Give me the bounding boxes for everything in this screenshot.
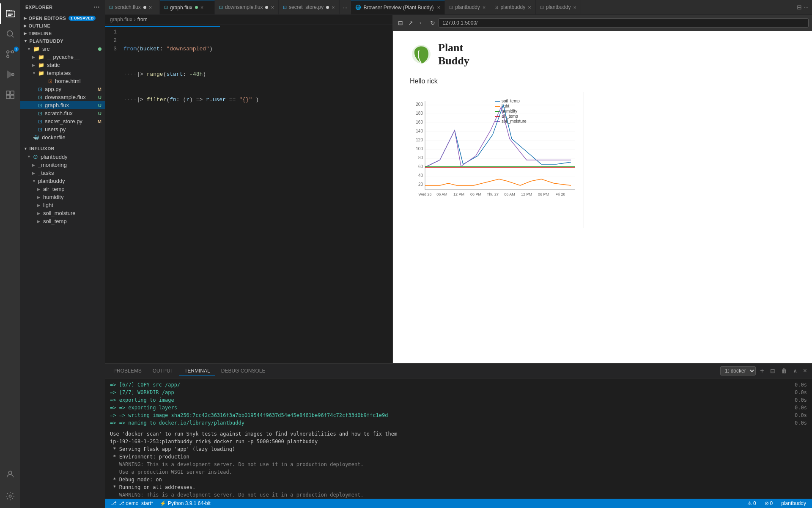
status-python[interactable]: ⚡ Python 3.9.1 64-bit <box>158 500 212 506</box>
browser-split-icon[interactable]: ⊟ <box>396 19 405 27</box>
sidebar-item-tasks[interactable]: ▶ _tasks <box>20 169 105 177</box>
timeline-section-header[interactable]: ▶ TIMELINE <box>20 30 105 37</box>
tab-more-button[interactable]: ··· <box>340 0 351 14</box>
sidebar-item-soil-temp[interactable]: ▶ soil_temp <box>20 217 105 225</box>
settings-icon[interactable] <box>0 486 20 506</box>
tab-terminal[interactable]: TERMINAL <box>179 366 215 376</box>
sidebar-item-monitoring[interactable]: ▶ _monitoring <box>20 161 105 169</box>
downsample-flux-tab-modified <box>265 6 268 9</box>
plantbuddy-1-close[interactable]: × <box>483 4 486 11</box>
plantbuddy-section-header[interactable]: ▼ PLANTBUDDY <box>20 37 105 45</box>
chart-container: soil_temp light humidity air_temp soil_m… <box>410 92 584 228</box>
tab-downsample-flux[interactable]: ⊡ downsample.flux × <box>215 0 279 14</box>
terminal-panel-select[interactable]: 1: docker <box>720 366 756 375</box>
terminal-trash-icon[interactable]: 🗑 <box>779 367 789 375</box>
sidebar-item-graph-flux[interactable]: ⊡ graph.flux U <box>20 101 105 109</box>
browser-url-bar[interactable] <box>439 18 809 28</box>
sidebar-item-templates[interactable]: ▼ 📁 templates <box>20 69 105 77</box>
downsample-flux-tab-icon: ⊡ <box>219 5 223 10</box>
files-icon[interactable] <box>0 3 20 24</box>
sidebar-item-downsample[interactable]: ⊡ downsample.flux U <box>20 93 105 101</box>
tab-output[interactable]: OUTPUT <box>148 366 178 375</box>
tab-scratch-flux[interactable]: ⊡ scratch.flux × <box>105 0 160 14</box>
sidebar-item-scratch-flux[interactable]: ⊡ scratch.flux U <box>20 109 105 117</box>
tab-browser-preview[interactable]: 🌐 Browser Preview (Plant Buddy) × <box>351 0 445 14</box>
sidebar-item-app-py[interactable]: ⊡ app.py M <box>20 85 105 93</box>
more-actions-icon[interactable]: ··· <box>804 4 809 11</box>
account-icon[interactable] <box>0 464 20 484</box>
influxdb-section-header[interactable]: ▼ INFLUXDB <box>20 145 105 152</box>
unsaved-badge: 1 UNSAVED <box>69 16 95 21</box>
status-branch[interactable]: ⎇ ⎇ demo_start* <box>109 500 155 506</box>
sidebar-item-home-html[interactable]: ⊡ home.html <box>20 77 105 85</box>
svg-point-6 <box>7 55 9 58</box>
outline-section-header[interactable]: ▶ OUTLINE <box>20 22 105 30</box>
secret-store-tab-close[interactable]: × <box>332 4 335 11</box>
sidebar-item-pycache[interactable]: ▶ 📁 __pycache__ <box>20 53 105 61</box>
tab-secret-store[interactable]: ⊡ secret_store.py × <box>279 0 340 14</box>
svg-rect-18 <box>495 106 500 107</box>
plantbuddy-3-label: plantbuddy <box>546 4 571 10</box>
terminal-split-icon[interactable]: ⊟ <box>768 367 777 375</box>
term-line-13: Use a production WSGI server instead. <box>110 468 807 476</box>
secret-store-tab-icon: ⊡ <box>283 5 287 10</box>
svg-rect-1 <box>8 14 13 15</box>
browser-refresh-icon[interactable]: ↻ <box>428 19 437 27</box>
sidebar-item-humidity[interactable]: ▶ humidity <box>20 193 105 201</box>
sidebar-item-static[interactable]: ▶ 📁 static <box>20 61 105 69</box>
browser-preview-icon: 🌐 <box>355 5 361 10</box>
graph-flux-tab-close[interactable]: × <box>200 4 204 11</box>
browser-preview-tab-label: Browser Preview (Plant Buddy) <box>363 5 433 11</box>
search-icon[interactable] <box>0 24 20 44</box>
browser-preview-close[interactable]: × <box>437 4 441 11</box>
downsample-flux-tab-close[interactable]: × <box>271 4 274 11</box>
plantbuddy-2-close[interactable]: × <box>528 4 531 11</box>
svg-text:12 PM: 12 PM <box>521 192 532 196</box>
terminal-add-icon[interactable]: + <box>758 366 765 375</box>
sidebar-title: EXPLORER <box>25 5 53 10</box>
static-label: static <box>47 62 60 68</box>
sidebar-more-icon[interactable]: ··· <box>93 3 100 11</box>
sidebar-item-air-temp[interactable]: ▶ air_temp <box>20 185 105 193</box>
browser-open-icon[interactable]: ↗ <box>406 19 415 27</box>
tab-plantbuddy-1[interactable]: ⊡ plantbuddy × <box>445 0 490 14</box>
svg-rect-10 <box>11 91 14 94</box>
sidebar-item-light[interactable]: ▶ light <box>20 201 105 209</box>
terminal-close-icon[interactable]: × <box>801 366 809 375</box>
extensions-icon[interactable] <box>0 85 20 105</box>
tab-problems[interactable]: PROBLEMS <box>108 366 147 375</box>
graph-flux-tab-modified <box>195 6 198 9</box>
svg-rect-9 <box>6 91 10 94</box>
browser-back-icon[interactable]: ← <box>417 18 427 28</box>
scratch-flux-badge: U <box>98 111 102 116</box>
sidebar-item-plantbuddy-db[interactable]: ▼ ⊙ plantbuddy <box>20 152 105 161</box>
sidebar-item-plantbuddy-folder[interactable]: ▼ plantbuddy <box>20 177 105 185</box>
run-debug-icon[interactable] <box>0 64 20 85</box>
sidebar-item-users-py[interactable]: ⊡ users.py <box>20 125 105 133</box>
status-warnings[interactable]: ⚠ 0 <box>746 500 758 506</box>
tab-plantbuddy-2[interactable]: ⊡ plantbuddy × <box>490 0 535 14</box>
tab-graph-flux[interactable]: ⊡ graph.flux × <box>160 0 215 14</box>
status-plantbuddy[interactable]: plantbuddy <box>779 500 808 506</box>
open-editors-header[interactable]: ▶ OPEN EDITORS 1 UNSAVED <box>20 14 105 22</box>
status-errors[interactable]: ⊘ 0 <box>763 500 775 506</box>
svg-text:06 AM: 06 AM <box>436 192 447 196</box>
svg-text:06 AM: 06 AM <box>504 192 515 196</box>
sidebar-item-soil-moisture[interactable]: ▶ soil_moisture <box>20 209 105 217</box>
terminal-content[interactable]: => [6/7] COPY src /app/0.0s => [7/7] WOR… <box>105 378 812 499</box>
graph-flux-tab-label: graph.flux <box>170 5 192 11</box>
tab-debug-console[interactable]: DEBUG CONSOLE <box>216 366 271 375</box>
error-icon: ⊘ <box>765 500 769 506</box>
code-editor[interactable]: from(bucket: "downsampled") ····|> range… <box>122 25 392 363</box>
open-editors-section: ▶ OPEN EDITORS 1 UNSAVED <box>20 14 105 22</box>
terminal-chevron-up-icon[interactable]: ∧ <box>791 367 799 375</box>
sidebar-item-secret-store[interactable]: ⊡ secret_store.py M <box>20 117 105 125</box>
tab-plantbuddy-3[interactable]: ⊡ plantbuddy × <box>536 0 581 14</box>
term-line-5: => => writing image sha256:7cc42c36316f3… <box>110 411 807 419</box>
scratch-flux-tab-close[interactable]: × <box>149 4 152 11</box>
plantbuddy-3-close[interactable]: × <box>573 4 576 11</box>
sidebar-item-dockerfile[interactable]: 🐳 dockerfile <box>20 133 105 141</box>
source-control-icon[interactable]: 1 <box>0 44 20 64</box>
sidebar-item-src[interactable]: ▼ 📁 src <box>20 45 105 53</box>
split-editor-icon[interactable]: ⊟ <box>797 4 802 11</box>
